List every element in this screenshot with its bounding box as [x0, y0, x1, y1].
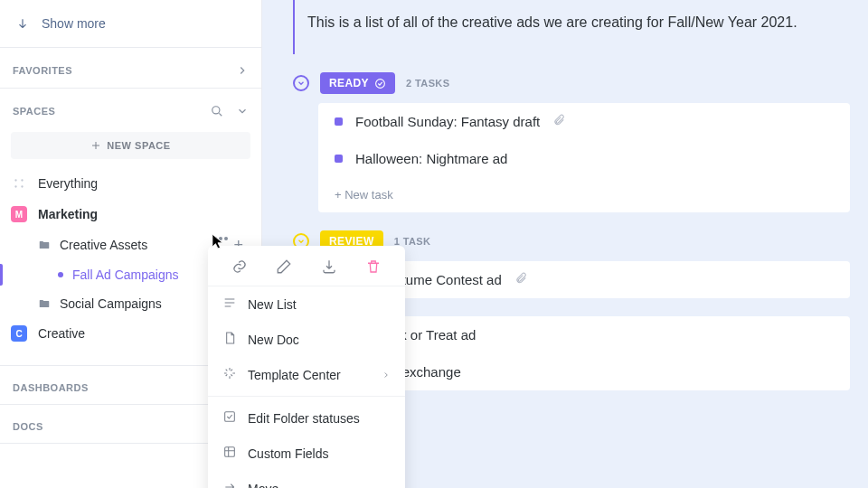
chevron-right-icon: [382, 368, 391, 382]
context-menu-item[interactable]: Move: [208, 471, 405, 488]
new-space-label: NEW SPACE: [107, 140, 170, 151]
chevron-down-icon[interactable]: [236, 105, 249, 117]
social-campaigns-label: Social Campaigns: [60, 296, 162, 311]
show-more-label: Show more: [42, 16, 106, 31]
context-menu-label: Custom Fields: [248, 446, 328, 461]
sparkle-icon: [222, 366, 237, 383]
download-icon[interactable]: [316, 258, 343, 275]
space-avatar-m: M: [11, 206, 27, 222]
task-status-square[interactable]: [335, 155, 343, 163]
task-row[interactable]: Halloween: Nightmare ad: [318, 140, 850, 177]
context-menu-item[interactable]: Custom Fields: [208, 436, 405, 471]
sidebar-item-marketing[interactable]: M Marketing: [0, 199, 261, 230]
task-title: Halloween: Nightmare ad: [355, 151, 507, 166]
list-description: This is a list of all of the creative ad…: [293, 0, 850, 54]
svg-rect-6: [225, 412, 235, 422]
chevron-right-icon: [236, 64, 249, 77]
trash-icon[interactable]: [360, 258, 387, 275]
task-title: Football Sunday: Fantasy draft: [355, 114, 540, 129]
context-menu-label: Edit Folder statuses: [248, 411, 360, 426]
fields-icon: [222, 445, 237, 462]
task-status-square[interactable]: [335, 117, 343, 126]
svg-point-5: [376, 79, 385, 88]
context-menu-label: New Doc: [248, 333, 299, 347]
doc-icon: [222, 331, 237, 348]
link-icon[interactable]: [226, 258, 253, 275]
status-label: READY: [329, 77, 369, 89]
context-menu-item[interactable]: Template Center: [208, 357, 405, 392]
sidebar-item-everything[interactable]: Everything: [0, 168, 261, 199]
spaces-section: SPACES: [0, 89, 261, 128]
docs-label: DOCS: [13, 421, 43, 432]
context-menu-item[interactable]: New List: [208, 286, 405, 322]
creative-label: Creative: [38, 326, 85, 341]
svg-rect-7: [225, 447, 235, 457]
pencil-icon[interactable]: [270, 258, 297, 275]
context-menu-icon-row: [208, 246, 405, 286]
group-toggle[interactable]: [293, 75, 309, 91]
group-header: READY 2 TASKS: [293, 72, 850, 94]
folder-icon: [38, 297, 51, 310]
attachment-icon[interactable]: [552, 114, 565, 129]
favorites-label: FAVORITES: [13, 65, 72, 76]
status-icon: [222, 409, 237, 427]
svg-point-4: [21, 185, 23, 187]
marketing-label: Marketing: [38, 207, 98, 221]
arrow-down-icon: [16, 17, 29, 30]
task-list: Football Sunday: Fantasy draft Halloween…: [318, 103, 850, 212]
status-group: READY 2 TASKS Football Sunday: Fantasy d…: [293, 72, 850, 212]
creative-assets-label: Creative Assets: [60, 238, 147, 252]
new-task-button[interactable]: + New task: [318, 177, 850, 212]
everything-label: Everything: [38, 176, 98, 191]
svg-point-0: [212, 107, 220, 114]
favorites-section[interactable]: FAVORITES: [0, 48, 261, 88]
show-more-button[interactable]: Show more: [0, 7, 261, 47]
grid-icon: [11, 175, 27, 192]
search-icon[interactable]: [211, 105, 223, 117]
context-menu-label: Move: [248, 482, 278, 489]
list-bullet-icon: [58, 272, 63, 277]
context-menu-label: New List: [248, 297, 297, 312]
task-row[interactable]: Football Sunday: Fantasy draft: [318, 103, 850, 140]
task-count: 2 TASKS: [406, 78, 449, 89]
move-icon: [222, 480, 237, 488]
context-menu-item[interactable]: New Doc: [208, 322, 405, 357]
fall-ad-label: Fall Ad Campaigns: [72, 267, 179, 282]
status-pill[interactable]: READY: [320, 72, 395, 94]
space-avatar-c: C: [11, 325, 27, 342]
list-icon: [222, 296, 237, 313]
folder-context-menu: New List New Doc Template Center Edit Fo…: [208, 246, 405, 488]
plus-icon: [90, 140, 101, 151]
context-menu-label: Template Center: [248, 368, 341, 382]
more-icon[interactable]: [219, 237, 222, 240]
dashboards-label: DASHBOARDS: [13, 382, 89, 393]
folder-icon: [38, 239, 51, 251]
new-space-button[interactable]: NEW SPACE: [11, 132, 250, 159]
svg-point-2: [21, 179, 23, 181]
svg-point-3: [14, 185, 16, 187]
spaces-label: SPACES: [13, 106, 55, 117]
context-menu-item[interactable]: Edit Folder statuses: [208, 400, 405, 436]
attachment-icon[interactable]: [514, 272, 527, 287]
svg-point-1: [14, 179, 16, 181]
